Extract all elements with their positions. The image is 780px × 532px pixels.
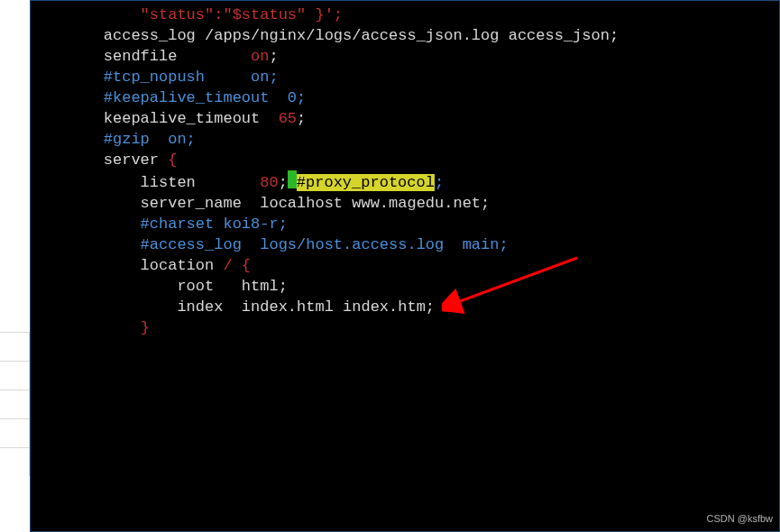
code-line: root html; <box>31 276 779 297</box>
terminal-editor[interactable]: "status":"$status" }'; access_log /apps/… <box>30 0 780 532</box>
code-line-listen: listen 80;#proxy_protocol; <box>31 170 779 193</box>
row-cell <box>0 447 30 476</box>
code-line: server { <box>31 150 779 170</box>
value: 65 <box>279 110 297 127</box>
semi: ; <box>435 174 444 191</box>
semi: ; <box>269 48 278 65</box>
config-text: "status":"$status" }'; <box>67 6 343 23</box>
watermark: CSDN @ksfbw <box>706 509 773 529</box>
brace: { <box>168 151 177 169</box>
code-line-comment: #keepalive_timeout 0; <box>31 87 779 108</box>
code-line: } <box>31 317 779 338</box>
code-line: location / { <box>31 255 779 276</box>
semi: ; <box>297 110 306 127</box>
row-cell <box>0 390 30 418</box>
code-line-comment: #access_log logs/host.access.log main; <box>31 234 779 255</box>
brace: / { <box>223 257 251 274</box>
directive: location <box>67 257 223 274</box>
brace: } <box>141 319 150 336</box>
code-line: "status":"$status" }'; <box>31 5 779 25</box>
code-line: sendfile on; <box>31 46 779 67</box>
code-line: index index.html index.htm; <box>31 297 779 317</box>
semi: ; <box>279 174 288 191</box>
spreadsheet-row-strip <box>0 332 30 476</box>
indent <box>67 319 141 336</box>
code-line: keepalive_timeout 65; <box>31 108 779 129</box>
row-cell <box>0 332 30 361</box>
value: 80 <box>260 174 278 191</box>
code-line-comment: #charset koi8-r; <box>31 214 779 234</box>
code-line-comment: #tcp_nopush on; <box>31 67 779 87</box>
highlighted-comment: #proxy_protocol <box>297 174 435 191</box>
directive: keepalive_timeout <box>67 110 279 127</box>
row-cell <box>0 418 30 447</box>
directive: server <box>67 151 168 169</box>
code-line-comment: #gzip on; <box>31 129 779 150</box>
code-line: access_log /apps/nginx/logs/access_json.… <box>31 25 779 46</box>
value: on <box>251 48 269 65</box>
row-cell <box>0 361 30 390</box>
code-line: server_name localhost www.magedu.net; <box>31 193 779 214</box>
directive: sendfile <box>67 48 251 65</box>
directive: listen <box>67 174 260 191</box>
cursor-icon <box>288 170 297 188</box>
